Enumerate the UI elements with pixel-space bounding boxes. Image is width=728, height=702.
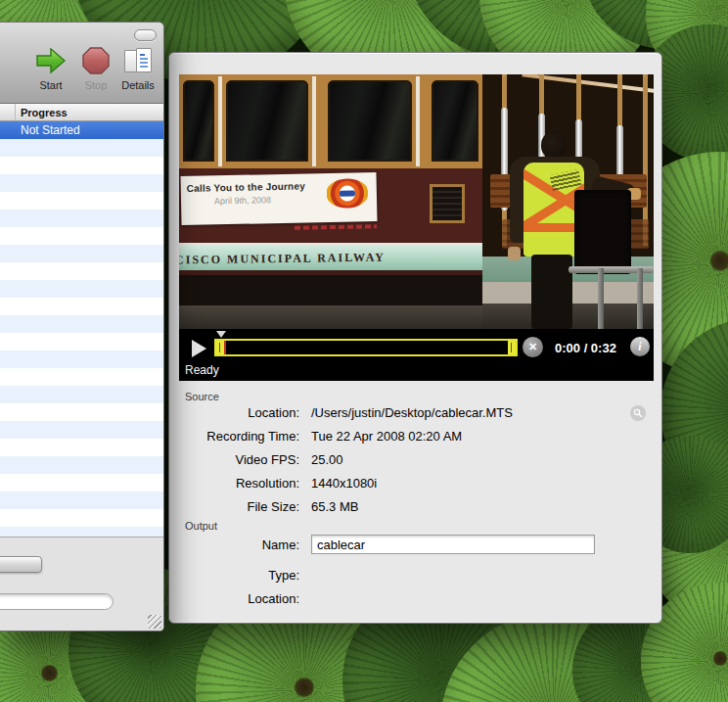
start-label: Start	[28, 79, 73, 91]
footer-button[interactable]	[0, 556, 42, 573]
magnifier-icon	[633, 408, 643, 418]
field-value: 25.00	[311, 452, 661, 467]
footer-field[interactable]	[0, 593, 114, 610]
details-button[interactable]: Details	[115, 44, 160, 91]
railway-band: CISCO MUNICIPAL RAILWAY	[179, 243, 482, 270]
queue-row-selected[interactable]: Not Started	[0, 121, 163, 139]
field-row-output-location: Location:	[169, 591, 661, 606]
field-label: Video FPS:	[169, 452, 299, 467]
field-label: Recording Time:	[169, 429, 299, 444]
field-row-location: Location: /Users/justin/Desktop/cablecar…	[169, 405, 661, 420]
field-row-type: Type:	[169, 568, 661, 583]
trim-end-handle[interactable]	[508, 341, 516, 354]
ad-banner: Calls You to the Journey April 9th, 2008	[180, 172, 377, 225]
cancel-button[interactable]: ✕	[523, 337, 543, 357]
banner-fine-print	[295, 224, 377, 229]
field-row-recording-time: Recording Time: Tue 22 Apr 2008 02:20 AM	[169, 429, 661, 444]
start-button[interactable]: Start	[28, 44, 73, 91]
details-window: Calls You to the Journey April 9th, 2008…	[168, 52, 662, 624]
worker-glove	[508, 247, 521, 260]
field-label: Location:	[169, 405, 299, 420]
railing-post	[598, 268, 604, 329]
details-label: Details	[115, 79, 160, 91]
start-arrow-icon	[35, 46, 67, 75]
playhead-position-line	[224, 341, 226, 354]
queue-window-footer	[0, 537, 163, 631]
field-value: /Users/justin/Desktop/cablecar.MTS	[311, 405, 661, 420]
cablecar-vent	[430, 184, 465, 223]
stop-octagon-icon	[81, 46, 111, 75]
play-icon[interactable]	[192, 340, 206, 357]
worker-head	[541, 131, 567, 159]
status-text: Ready	[185, 363, 219, 377]
field-row-file-size: File Size: 65.3 MB	[169, 499, 661, 514]
street	[179, 305, 482, 329]
worker-legs	[531, 255, 572, 329]
trim-start-handle[interactable]	[216, 341, 224, 354]
field-label: Location:	[169, 591, 299, 606]
source-section-label: Source	[185, 391, 219, 402]
progress-column-header[interactable]: Progress	[0, 104, 163, 121]
column-separator	[15, 104, 16, 120]
field-label: Name:	[169, 538, 299, 552]
field-label: File Size:	[169, 499, 299, 514]
info-button[interactable]: i	[630, 337, 650, 356]
field-label: Resolution:	[169, 476, 299, 491]
field-row-video-fps: Video FPS: 25.00	[169, 452, 661, 467]
field-label: Type:	[169, 568, 299, 583]
cablecar-windows	[179, 74, 482, 168]
queue-window: Start Stop	[0, 22, 164, 632]
stop-label: Stop	[73, 79, 118, 91]
railing-post	[637, 268, 643, 329]
output-name-input[interactable]	[311, 535, 595, 554]
railway-text: CISCO MUNICIPAL RAILWAY	[179, 251, 386, 268]
resize-grip[interactable]	[148, 615, 161, 629]
details-pages-icon	[123, 47, 153, 74]
toolbar: Start Stop	[0, 23, 163, 104]
stop-button[interactable]: Stop	[73, 44, 118, 91]
reveal-in-finder-icon[interactable]	[630, 405, 646, 421]
toolbar-toggle-button[interactable]	[134, 29, 157, 41]
video-preview[interactable]: Calls You to the Journey April 9th, 2008…	[179, 74, 654, 329]
output-section-label: Output	[185, 520, 217, 532]
field-value: Tue 22 Apr 2008 02:20 AM	[311, 429, 661, 444]
trim-slider[interactable]	[214, 339, 518, 356]
field-value: 65.3 MB	[311, 499, 661, 514]
cablecar-banner-band: Calls You to the Journey April 9th, 2008	[179, 168, 482, 243]
banner-logo	[326, 178, 370, 209]
queue-list[interactable]	[0, 139, 163, 537]
playhead-marker[interactable]	[216, 331, 226, 338]
cablecar-undercarriage	[179, 270, 482, 305]
field-row-resolution: Resolution: 1440x1080i	[169, 476, 661, 491]
cablecar-side: Calls You to the Journey April 9th, 2008…	[179, 74, 482, 329]
queue-row-status: Not Started	[21, 121, 80, 139]
column-header-label: Progress	[21, 104, 68, 121]
player-controls: ✕ 0:00 / 0:32 i Ready	[179, 329, 654, 381]
black-seat	[574, 190, 631, 274]
time-display: 0:00 / 0:32	[555, 341, 616, 355]
field-value: 1440x1080i	[311, 476, 661, 491]
